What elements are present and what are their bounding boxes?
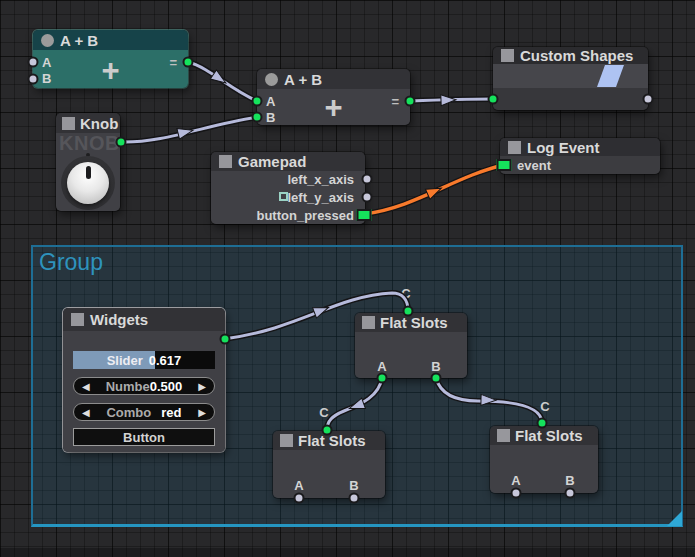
wire-arrow-icon [177,125,194,139]
node-title: A + B [284,71,322,88]
wire-arrow-icon [210,70,229,88]
node-widgets[interactable]: Widgets Slider 0.617 ◀ Numbe 0.500 ▶ ◀ C… [63,308,225,452]
node-type-circle-icon [41,34,54,47]
group-label: Group [39,249,103,276]
node-title: Gamepad [238,153,306,170]
node-flat-slots-1[interactable]: Flat Slots A B [355,313,467,378]
slider-label: Slider [107,353,143,368]
number-drag-widget[interactable]: ◀ Numbe 0.500 ▶ [73,377,215,395]
wire-arrow-icon [441,94,456,106]
pin-label-button-pressed: button_pressed [256,208,354,223]
node-title: Log Event [527,139,600,156]
combo-widget[interactable]: ◀ Combo red ▶ [73,403,215,421]
node-log-event[interactable]: Log Event event [500,138,660,174]
pin-flat1-output-b[interactable] [431,373,442,384]
increment-arrow-icon[interactable]: ▶ [198,378,206,394]
node-type-square-icon [497,429,510,442]
node-title: Flat Slots [298,432,366,449]
pin-label-event: event [517,158,551,173]
number-label: Numbe [106,379,150,394]
node-title: Custom Shapes [520,47,633,64]
group-resize-handle[interactable] [667,511,682,526]
custom-shapes-lower-band [493,88,648,110]
node-title: A + B [60,32,98,49]
pin-flat1-input-c[interactable] [403,306,414,317]
pin-gamepad-button-pressed[interactable] [357,209,372,221]
node-flat-slots-3[interactable]: Flat Slots A B [490,426,598,493]
wire-add2-to-custom-shapes[interactable] [410,99,493,101]
wire-add1-to-add2[interactable] [188,62,257,101]
node-knob[interactable]: Knob KNOB [56,113,120,211]
wire-knob-to-add2[interactable] [121,117,257,142]
node-custom-shapes[interactable]: Custom Shapes [493,47,648,110]
node-type-square-icon [280,434,293,447]
plus-operator-glyph: + [33,54,188,88]
pin-flat2-output-a[interactable] [294,493,305,504]
pin-flat2-output-b[interactable] [349,493,360,504]
node-type-square-icon [508,141,521,154]
node-type-square-icon [71,313,84,326]
knob-dial[interactable] [61,156,115,210]
pin-add1-input-a[interactable] [28,57,39,68]
pin-label-c: C [540,399,549,414]
pin-add2-input-a[interactable] [252,96,263,107]
pin-flat1-output-a[interactable] [377,373,388,384]
pin-add2-output-eq[interactable] [405,96,416,107]
pin-label-left-y-axis: left_y_axis [288,190,355,205]
pin-label-a: A [294,478,303,493]
pin-label-left-x-axis: left_x_axis [288,172,355,187]
node-add[interactable]: A + B A B = + [257,69,410,125]
pin-add1-input-b[interactable] [28,74,39,85]
pin-flat3-output-b[interactable] [565,488,576,499]
canvas-bottom-shade [0,548,695,557]
pin-knob-output[interactable] [116,137,127,148]
pin-flat3-output-a[interactable] [511,488,522,499]
combo-next-arrow-icon[interactable]: ▶ [198,404,206,420]
node-title: Knob [80,115,118,132]
custom-shapes-upper-band [493,64,648,88]
button-widget[interactable]: Button [73,428,215,446]
pin-label-b: B [565,473,574,488]
knob-face[interactable] [67,162,109,204]
pin-label-c: C [319,405,328,420]
pin-gamepad-left-x-axis[interactable] [362,174,373,185]
node-type-square-icon [219,155,232,168]
slider-widget[interactable]: Slider 0.617 [73,351,215,369]
wire-arrow-icon [425,183,443,199]
node-add-selected[interactable]: A + B A B = + [33,30,188,88]
pin-custom-shapes-input[interactable] [488,94,499,105]
pin-label-a: A [511,473,520,488]
plus-operator-glyph: + [257,91,410,125]
pin-flat2-input-c[interactable] [322,425,333,436]
node-editor-canvas[interactable]: Group A + B A B = + A + B A B = + Knob K… [0,0,695,557]
knob-indicator [86,166,91,179]
combo-value: red [161,405,181,420]
node-title: Flat Slots [515,427,583,444]
node-flat-slots-2[interactable]: Flat Slots A B [273,431,385,498]
pin-add1-output-eq[interactable] [183,57,194,68]
combo-label: Combo [106,405,151,420]
node-gamepad[interactable]: Gamepad left_x_axis left_y_axis button_p… [211,152,365,224]
node-type-square-icon [362,316,375,329]
slider-value: 0.617 [149,353,182,368]
pin-flat3-input-c[interactable] [537,418,548,429]
node-title: Flat Slots [380,314,448,331]
node-title: Widgets [90,311,148,328]
pin-label-b: B [349,478,358,493]
pin-widgets-output[interactable] [220,334,231,345]
node-type-circle-icon [265,73,278,86]
number-value: 0.500 [150,379,183,394]
pin-add2-input-b[interactable] [252,112,263,123]
pin-gamepad-left-y-axis[interactable] [362,192,373,203]
wire-gamepad-to-log-event[interactable] [364,165,504,214]
pin-label-c: C [401,286,410,301]
node-type-square-icon [62,117,75,130]
knob-display-text: KNOB [59,132,120,155]
node-type-square-icon [501,49,514,62]
pin-log-event-event[interactable] [497,159,512,171]
pin-custom-shapes-output[interactable] [643,94,654,105]
